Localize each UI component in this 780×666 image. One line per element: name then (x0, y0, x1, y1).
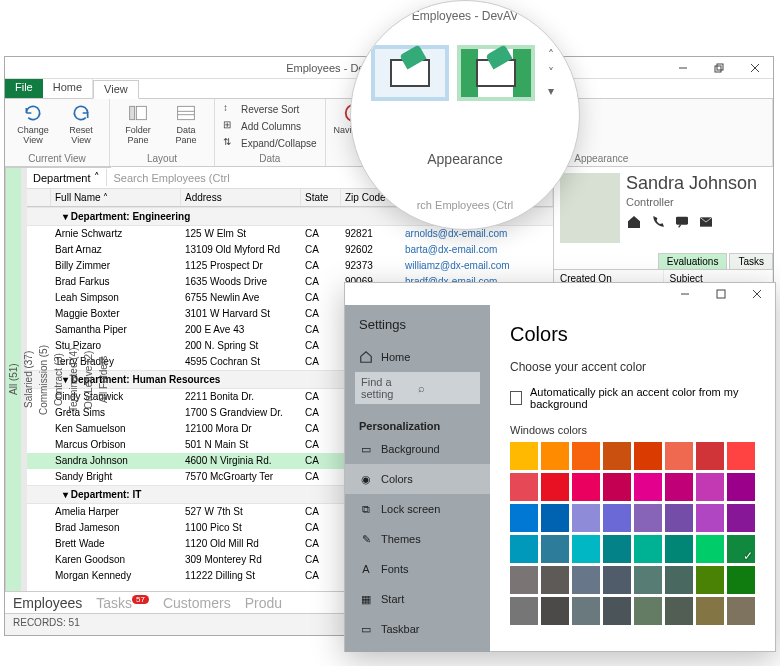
btab-employees[interactable]: Employees (13, 595, 82, 611)
close-button[interactable] (737, 57, 773, 79)
folder-all-folders[interactable]: All Folders (96, 167, 111, 591)
color-swatch[interactable] (510, 566, 538, 594)
settings-start[interactable]: ▦Start (345, 584, 490, 614)
color-swatch[interactable] (541, 504, 569, 532)
expand-collapse-button[interactable]: ⇅Expand/Collapse (221, 135, 319, 151)
col-state[interactable]: State (301, 189, 341, 206)
settings-close[interactable] (739, 283, 775, 305)
btab-customers[interactable]: Customers (163, 595, 231, 611)
folder-salaried[interactable]: Salaried (37) (21, 167, 36, 591)
color-swatch[interactable] (696, 473, 724, 501)
color-swatch[interactable] (665, 566, 693, 594)
settings-search[interactable]: Find a setting ⌕ (355, 372, 480, 404)
color-swatch[interactable] (572, 597, 600, 625)
settings-colors[interactable]: ◉Colors (345, 464, 490, 494)
color-swatch[interactable] (603, 597, 631, 625)
color-swatch[interactable] (727, 597, 755, 625)
color-swatch[interactable] (510, 597, 538, 625)
mail-icon[interactable] (698, 214, 714, 230)
reverse-sort-button[interactable]: ↕Reverse Sort (221, 101, 301, 117)
color-swatch[interactable] (634, 535, 662, 563)
folder-terminated[interactable]: Terminated (4) (66, 167, 81, 591)
restore-button[interactable] (701, 57, 737, 79)
settings-home[interactable]: Home (345, 342, 490, 372)
theme-expand[interactable]: ▾ (543, 85, 559, 97)
detail-tab-evaluations[interactable]: Evaluations (658, 253, 728, 269)
color-swatch[interactable] (634, 504, 662, 532)
color-swatch[interactable] (696, 442, 724, 470)
home-icon[interactable] (626, 214, 642, 230)
btab-tasks[interactable]: Tasks57 (96, 595, 149, 611)
settings-taskbar[interactable]: ▭Taskbar (345, 614, 490, 644)
settings-minimize[interactable] (667, 283, 703, 305)
color-swatch[interactable] (727, 442, 755, 470)
data-pane-button[interactable]: Data Pane (164, 101, 208, 147)
settings-lock-screen[interactable]: ⧉Lock screen (345, 494, 490, 524)
add-columns-button[interactable]: ⊞Add Columns (221, 118, 303, 134)
color-swatch[interactable] (634, 597, 662, 625)
color-swatch[interactable] (696, 597, 724, 625)
theme-scroll-down[interactable]: ˅ (543, 67, 559, 79)
color-swatch[interactable] (541, 597, 569, 625)
color-swatch[interactable] (634, 473, 662, 501)
color-swatch[interactable] (696, 504, 724, 532)
color-swatch[interactable] (541, 442, 569, 470)
view-tab[interactable]: View (93, 80, 139, 99)
color-swatch[interactable] (603, 442, 631, 470)
color-swatch[interactable] (572, 473, 600, 501)
color-swatch[interactable] (541, 535, 569, 563)
color-swatch[interactable] (727, 504, 755, 532)
folder-on-leave[interactable]: On Leave (2) (81, 167, 96, 591)
color-swatch[interactable] (603, 504, 631, 532)
color-swatch[interactable] (572, 504, 600, 532)
color-swatch[interactable] (541, 566, 569, 594)
color-swatch[interactable] (572, 442, 600, 470)
color-swatch[interactable] (603, 535, 631, 563)
cell-email[interactable]: barta@dx-email.com (401, 243, 553, 257)
change-view-button[interactable]: Change View (11, 101, 55, 147)
color-swatch[interactable] (665, 597, 693, 625)
settings-restore[interactable] (703, 283, 739, 305)
file-tab[interactable]: File (5, 79, 43, 98)
color-swatch[interactable] (510, 504, 538, 532)
folder-contract[interactable]: Contract (3) (51, 167, 66, 591)
color-swatch[interactable] (572, 566, 600, 594)
reset-view-button[interactable]: Reset View (59, 101, 103, 147)
mag-theme-light[interactable] (371, 45, 449, 101)
settings-background[interactable]: ▭Background (345, 434, 490, 464)
sms-icon[interactable] (674, 214, 690, 230)
settings-fonts[interactable]: AFonts (345, 554, 490, 584)
color-swatch[interactable] (603, 566, 631, 594)
color-swatch[interactable] (541, 473, 569, 501)
folder-pane-button[interactable]: Folder Pane (116, 101, 160, 147)
color-swatch[interactable] (603, 473, 631, 501)
color-swatch[interactable] (665, 442, 693, 470)
color-swatch[interactable] (727, 535, 755, 563)
mag-theme-green[interactable] (457, 45, 535, 101)
color-swatch[interactable] (665, 504, 693, 532)
auto-pick-checkbox[interactable]: Automatically pick an accent color from … (510, 386, 755, 410)
color-swatch[interactable] (696, 535, 724, 563)
col-address[interactable]: Address (181, 189, 301, 206)
btab-products[interactable]: Produ (245, 595, 282, 611)
folder-commission[interactable]: Commission (5) (36, 167, 51, 591)
color-swatch[interactable] (634, 442, 662, 470)
color-swatch[interactable] (510, 442, 538, 470)
minimize-button[interactable] (665, 57, 701, 79)
color-swatch[interactable] (510, 535, 538, 563)
phone-icon[interactable] (650, 214, 666, 230)
color-swatch[interactable] (727, 473, 755, 501)
color-swatch[interactable] (634, 566, 662, 594)
color-swatch[interactable] (572, 535, 600, 563)
home-tab[interactable]: Home (43, 79, 93, 98)
detail-tab-tasks[interactable]: Tasks (729, 253, 773, 269)
color-swatch[interactable] (665, 473, 693, 501)
folder-all[interactable]: All (51) (6, 167, 21, 591)
color-swatch[interactable] (696, 566, 724, 594)
color-swatch[interactable] (510, 473, 538, 501)
theme-scroll-up[interactable]: ˄ (543, 49, 559, 61)
color-swatch[interactable] (665, 535, 693, 563)
cell-email[interactable]: williamz@dx-email.com (401, 259, 553, 273)
color-swatch[interactable] (727, 566, 755, 594)
settings-themes[interactable]: ✎Themes (345, 524, 490, 554)
